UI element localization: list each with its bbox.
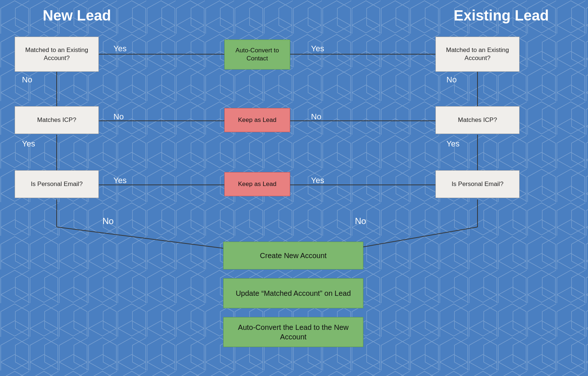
matches-icp-left: Matches ICP?: [15, 106, 99, 134]
auto-convert-new-account: Auto-Convert the Lead to the New Account: [223, 317, 363, 347]
no-label-left-2: No: [113, 112, 124, 122]
create-new-account: Create New Account: [223, 242, 363, 269]
yes-label-right-3: Yes: [311, 176, 324, 185]
keep-as-lead-2: Keep as Lead: [224, 172, 290, 196]
update-matched-account: Update “Matched Account” on Lead: [223, 278, 363, 308]
no-label-right-1: No: [446, 75, 457, 85]
yes-label-left-2: Yes: [22, 139, 35, 149]
no-label-left-1: No: [22, 75, 32, 85]
is-personal-email-left: Is Personal Email?: [15, 170, 99, 198]
title-existing-lead: Existing Lead: [428, 7, 574, 24]
no-label-right-2: No: [311, 112, 321, 122]
yes-label-left-3: Yes: [113, 176, 127, 185]
yes-label-left-1: Yes: [113, 44, 127, 53]
title-new-lead: New Lead: [15, 7, 139, 24]
matches-icp-right: Matches ICP?: [435, 106, 520, 134]
yes-label-right-2: Yes: [446, 139, 460, 149]
no-label-bottom-right: No: [355, 216, 366, 226]
matched-existing-left: Matched to an Existing Account?: [15, 37, 99, 72]
no-label-bottom-left: No: [102, 216, 114, 226]
matched-existing-right: Matched to an Existing Account?: [435, 37, 520, 72]
keep-as-lead-1: Keep as Lead: [224, 108, 290, 132]
auto-convert-contact: Auto-Convert to Contact: [224, 40, 290, 70]
yes-label-right-1: Yes: [311, 44, 324, 53]
is-personal-email-right: Is Personal Email?: [435, 170, 520, 198]
